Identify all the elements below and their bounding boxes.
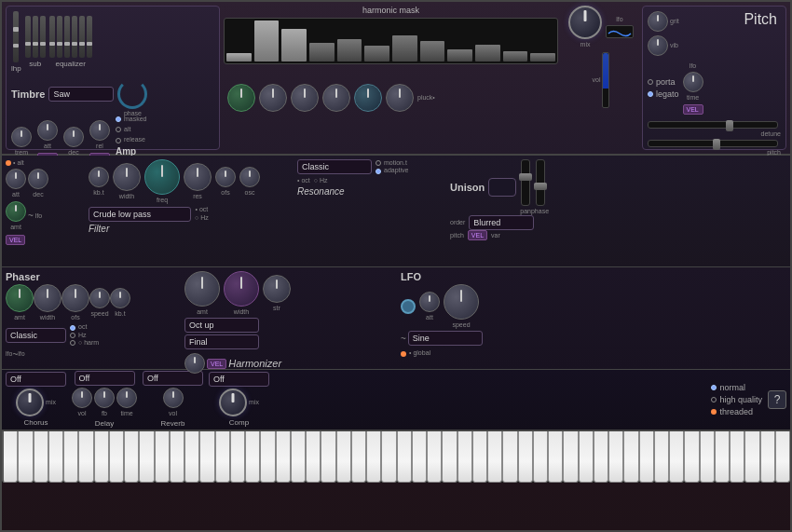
phaser-amt-ctrl[interactable] <box>6 284 34 312</box>
filter-dec-ctrl[interactable] <box>28 169 48 189</box>
blurred-select[interactable]: Blurred <box>469 215 534 230</box>
harmonic-bar-1[interactable] <box>254 20 280 61</box>
harmonic-bar-5[interactable] <box>364 46 389 61</box>
piano-white-key-45[interactable] <box>684 431 699 483</box>
hknob-6-ctrl[interactable] <box>386 84 414 112</box>
masked-dot[interactable] <box>116 116 121 122</box>
alt-dot[interactable] <box>116 127 121 132</box>
eq-slider-6[interactable] <box>87 16 92 58</box>
piano-white-key-6[interactable] <box>94 431 109 483</box>
piano-white-key-29[interactable] <box>442 431 457 483</box>
ofs-ctrl[interactable] <box>215 167 236 187</box>
piano-white-key-51[interactable] <box>775 431 790 483</box>
piano-white-key-23[interactable] <box>351 431 366 483</box>
resonance-type-select[interactable]: Classic <box>297 159 372 174</box>
delay-fb-ctrl[interactable] <box>94 388 115 408</box>
lfo-att-ctrl[interactable] <box>419 292 440 312</box>
eq-slider-5[interactable] <box>79 16 85 58</box>
oct-up-select[interactable]: Oct up <box>184 318 259 333</box>
piano-white-key-32[interactable] <box>487 431 502 483</box>
att-knob-ctrl[interactable] <box>37 120 58 141</box>
hknob-1-ctrl[interactable] <box>227 84 255 112</box>
porta-radio[interactable] <box>648 79 653 85</box>
piano-white-key-48[interactable] <box>730 431 744 483</box>
piano-white-key-21[interactable] <box>321 431 335 483</box>
legato-radio[interactable] <box>648 91 653 97</box>
piano-white-key-46[interactable] <box>700 431 715 483</box>
eq-slider-3[interactable] <box>64 16 70 58</box>
osc-ctrl[interactable] <box>239 167 260 187</box>
chorus-select[interactable]: Off <box>6 372 66 387</box>
piano-white-key-43[interactable] <box>654 431 669 483</box>
phaser-width-ctrl[interactable] <box>34 284 61 312</box>
rel-knob-ctrl[interactable] <box>89 120 110 141</box>
piano-white-key-11[interactable] <box>170 431 184 483</box>
piano-white-key-41[interactable] <box>623 431 638 483</box>
piano-white-key-35[interactable] <box>533 431 548 483</box>
phaser-harm-opt[interactable]: ○ harm <box>70 339 99 347</box>
harmonic-bar-9[interactable] <box>475 45 500 61</box>
res-ctrl[interactable] <box>184 163 212 191</box>
release-dot[interactable] <box>116 138 121 143</box>
harmonic-bar-0[interactable] <box>226 53 252 61</box>
harmonic-bar-6[interactable] <box>392 35 417 61</box>
phaser-hz-opt[interactable]: Hz <box>70 332 99 339</box>
piano-white-key-30[interactable] <box>457 431 472 483</box>
filter-type-select[interactable]: Crude low pass <box>89 207 191 222</box>
piano-white-key-9[interactable] <box>139 431 154 483</box>
chorus-mix-knob[interactable] <box>16 389 44 416</box>
eq-slider-4[interactable] <box>72 16 77 58</box>
harm-width-ctrl[interactable] <box>224 271 259 307</box>
sine-select[interactable]: Sine <box>408 331 483 346</box>
piano-white-key-42[interactable] <box>639 431 654 483</box>
trem-knob-ctrl[interactable] <box>11 127 32 147</box>
piano-white-key-15[interactable] <box>230 431 245 483</box>
piano-white-key-8[interactable] <box>124 431 139 483</box>
piano-white-key-40[interactable] <box>608 431 623 483</box>
filter-att-ctrl[interactable] <box>6 169 26 189</box>
dec-knob-ctrl[interactable] <box>63 127 84 147</box>
filter-amt-ctrl[interactable] <box>6 201 26 222</box>
harmonic-bar-4[interactable] <box>337 39 362 61</box>
vol-slider[interactable] <box>602 52 609 108</box>
piano-white-key-4[interactable] <box>63 431 78 483</box>
piano-white-key-33[interactable] <box>502 431 517 483</box>
hknob-2-ctrl[interactable] <box>259 84 287 112</box>
phaser-harm-radio[interactable] <box>70 340 75 346</box>
harmonic-bar-8[interactable] <box>447 49 472 61</box>
piano-white-key-50[interactable] <box>760 431 775 483</box>
help-button[interactable]: ? <box>768 390 786 409</box>
delay-time-ctrl[interactable] <box>116 388 137 408</box>
piano-white-key-1[interactable] <box>18 431 33 483</box>
harmonic-bar-10[interactable] <box>503 51 528 61</box>
piano-white-key-19[interactable] <box>291 431 306 483</box>
adaptive-option[interactable]: adaptive <box>376 167 408 174</box>
hknob-3-ctrl[interactable] <box>291 84 319 112</box>
piano-white-key-44[interactable] <box>669 431 684 483</box>
piano-white-key-17[interactable] <box>260 431 275 483</box>
comp-select[interactable]: Off <box>209 372 269 387</box>
sub-slider-2[interactable] <box>33 16 38 58</box>
comp-mix-knob[interactable] <box>219 389 247 416</box>
piano-white-key-25[interactable] <box>381 431 396 483</box>
phaser-speed-ctrl[interactable] <box>89 288 110 308</box>
threaded-option[interactable]: threaded <box>711 407 762 416</box>
adaptive-radio[interactable] <box>376 169 381 174</box>
phaser-hz-radio[interactable] <box>70 333 75 338</box>
piano-white-key-39[interactable] <box>594 431 608 483</box>
piano-white-key-16[interactable] <box>245 431 260 483</box>
piano-white-key-27[interactable] <box>412 431 427 483</box>
piano-white-key-38[interactable] <box>579 431 594 483</box>
global-option[interactable]: • global <box>401 349 550 357</box>
piano-white-key-12[interactable] <box>184 431 199 483</box>
piano-white-key-10[interactable] <box>155 431 170 483</box>
kbt-ctrl[interactable] <box>89 167 109 187</box>
piano-white-key-28[interactable] <box>427 431 442 483</box>
time-knob[interactable] <box>683 72 703 92</box>
hknob-4-ctrl[interactable] <box>322 84 350 112</box>
piano-white-key-0[interactable] <box>2 431 18 483</box>
sub-slider-3[interactable] <box>40 16 46 58</box>
piano-white-key-3[interactable] <box>48 431 63 483</box>
width-ctrl[interactable] <box>113 163 141 191</box>
delay-vol-ctrl[interactable] <box>72 388 92 408</box>
